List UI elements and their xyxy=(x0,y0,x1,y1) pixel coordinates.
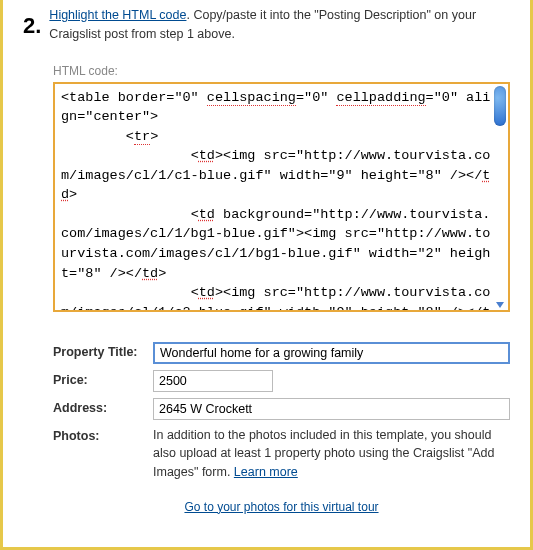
scrollbar[interactable] xyxy=(494,86,506,308)
input-property-title[interactable] xyxy=(153,342,510,364)
html-code-box[interactable]: <table border="0" cellspacing="0" cellpa… xyxy=(53,82,510,312)
label-photos: Photos: xyxy=(53,426,153,443)
step-panel: 2. Highlight the HTML code. Copy/paste i… xyxy=(0,0,533,550)
label-property-title: Property Title: xyxy=(53,342,153,359)
go-to-photos-link[interactable]: Go to your photos for this virtual tour xyxy=(184,500,378,514)
scroll-down-arrow-icon[interactable] xyxy=(496,302,504,308)
step-instruction: Highlight the HTML code. Copy/paste it i… xyxy=(49,6,510,44)
row-price: Price: xyxy=(53,370,510,392)
row-photos: Photos: In addition to the photos includ… xyxy=(53,426,510,482)
input-address[interactable] xyxy=(153,398,510,420)
form-section: Property Title: Price: Address: Photos: … xyxy=(53,342,510,514)
highlight-code-link[interactable]: Highlight the HTML code xyxy=(49,8,186,22)
scroll-thumb[interactable] xyxy=(494,86,506,126)
label-address: Address: xyxy=(53,398,153,415)
html-code-section: HTML code: <table border="0" cellspacing… xyxy=(53,64,510,312)
input-price[interactable] xyxy=(153,370,273,392)
bottom-link-row: Go to your photos for this virtual tour xyxy=(53,500,510,514)
label-price: Price: xyxy=(53,370,153,387)
learn-more-link[interactable]: Learn more xyxy=(234,465,298,479)
row-address: Address: xyxy=(53,398,510,420)
step-header: 2. Highlight the HTML code. Copy/paste i… xyxy=(23,6,510,44)
html-code-content[interactable]: <table border="0" cellspacing="0" cellpa… xyxy=(61,88,492,312)
photos-description: In addition to the photos included in th… xyxy=(153,426,510,482)
html-code-label: HTML code: xyxy=(53,64,510,78)
step-number: 2. xyxy=(23,14,41,38)
photos-text: In addition to the photos included in th… xyxy=(153,428,494,480)
row-property-title: Property Title: xyxy=(53,342,510,364)
